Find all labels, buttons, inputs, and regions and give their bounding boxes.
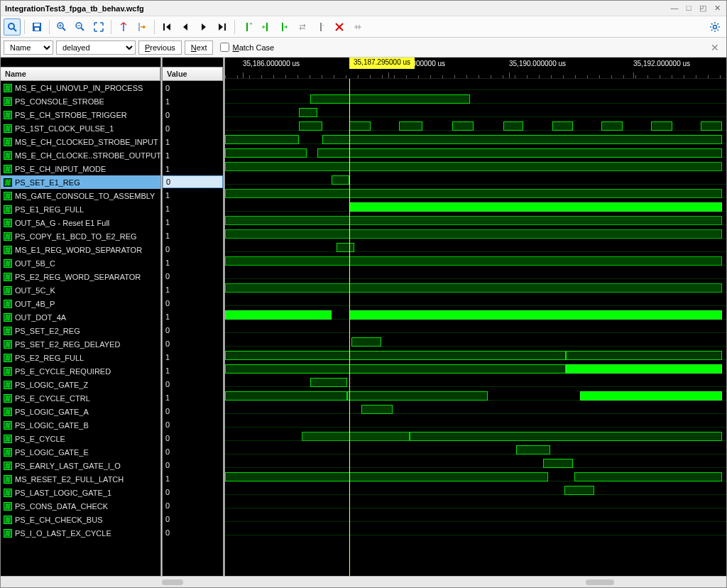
signal-value[interactable]: 0 — [163, 418, 223, 431]
zoom-out-icon[interactable] — [72, 18, 89, 36]
zoom-fit-icon[interactable] — [90, 18, 107, 36]
cursor-line[interactable] — [349, 79, 350, 576]
search-icon[interactable] — [4, 18, 21, 36]
signal-value[interactable]: 0 — [163, 377, 223, 391]
signal-row[interactable]: MS_E_CH_CLOCKED_STROBE_INPUT — [1, 135, 160, 148]
snap-icon[interactable] — [349, 18, 366, 36]
hscroll[interactable] — [1, 576, 726, 587]
value-scroll-thumb[interactable] — [162, 579, 183, 585]
waveform-row[interactable] — [225, 497, 726, 511]
signal-value[interactable]: 0 — [163, 337, 223, 350]
last-edge-icon[interactable] — [214, 18, 231, 36]
signal-value[interactable]: 1 — [163, 202, 223, 215]
signal-value[interactable]: 0 — [163, 499, 223, 512]
signal-row[interactable]: PS_LOGIC_GATE_B — [1, 418, 160, 432]
waveform-row[interactable] — [225, 430, 726, 443]
waveform-row[interactable] — [225, 403, 726, 416]
restore-icon[interactable]: ◰ — [698, 4, 708, 13]
waveform-row[interactable] — [225, 146, 726, 160]
signal-value[interactable]: 0 — [163, 296, 223, 310]
signal-row[interactable]: PS_E2_REG_FULL — [1, 351, 160, 364]
signal-row[interactable]: PS_SET_E1_REG — [1, 175, 160, 189]
waveform-row[interactable] — [225, 470, 726, 484]
del-all-markers-icon[interactable] — [331, 18, 348, 36]
signal-value[interactable]: 1 — [163, 135, 223, 148]
waveform-row[interactable] — [225, 187, 726, 200]
signal-row[interactable]: PS_E1_REG_FULL — [1, 202, 160, 216]
name-column-header[interactable]: Name — [1, 67, 160, 81]
signal-row[interactable]: PS_I_O_LAST_EX_CYCLE — [1, 526, 160, 540]
signal-value[interactable]: 0 — [163, 512, 223, 526]
signal-value[interactable]: 1 — [163, 472, 223, 485]
signal-value[interactable]: 0 — [163, 269, 223, 283]
signal-value[interactable]: 1 — [163, 391, 223, 404]
signal-row[interactable]: PS_E_CH_INPUT_MODE — [1, 162, 160, 175]
signal-value[interactable]: 0 — [163, 323, 223, 337]
prev-marker-icon[interactable] — [257, 18, 274, 36]
prev-button[interactable]: Previous — [138, 40, 182, 55]
signal-row[interactable]: PS_SET_E2_REG — [1, 324, 160, 337]
waveform-row[interactable] — [225, 389, 726, 403]
signal-row[interactable]: MS_E_CH_CLOCKE..STROBE_OUTPUT — [1, 148, 160, 162]
search-field-select[interactable]: Name — [4, 40, 53, 55]
signal-value[interactable]: 1 — [163, 310, 223, 323]
signal-value[interactable]: 1 — [163, 215, 223, 229]
search-value-select[interactable]: delayed — [56, 40, 136, 55]
close-icon[interactable]: ✕ — [712, 4, 722, 13]
signal-row[interactable]: PS_1ST_CLOCK_PULSE_1 — [1, 121, 160, 135]
waveform-pane[interactable]: 35,187.295000 us 35,186.000000 us35,188.… — [225, 58, 726, 576]
signal-row[interactable]: PS_LOGIC_GATE_E — [1, 445, 160, 459]
waveform-row[interactable] — [225, 457, 726, 470]
signal-value[interactable]: 0 — [163, 458, 223, 472]
settings-icon[interactable] — [706, 18, 723, 36]
time-ruler[interactable]: 35,186.000000 us35,188.000000 us35,190.0… — [225, 58, 726, 79]
signal-row[interactable]: OUT_5A_G - Reset E1 Full — [1, 216, 160, 229]
signal-value[interactable]: 0 — [163, 81, 223, 94]
waveform-row[interactable] — [225, 281, 726, 295]
signal-row[interactable]: PS_CONS_DATA_CHECK — [1, 499, 160, 513]
signal-row[interactable]: OUT_DOT_4A — [1, 310, 160, 324]
waveform-row[interactable] — [225, 79, 726, 92]
signal-row[interactable]: PS_SET_E2_REG_DELAYED — [1, 337, 160, 351]
next-marker-icon[interactable] — [275, 18, 293, 36]
waveform-row[interactable] — [225, 484, 726, 497]
signal-value[interactable]: 0 — [163, 108, 223, 121]
waveform-row[interactable] — [225, 160, 726, 173]
save-icon[interactable] — [28, 18, 45, 36]
signal-value[interactable]: 0 — [163, 121, 223, 135]
waveform-row[interactable] — [225, 268, 726, 281]
waveform-row[interactable] — [225, 173, 726, 187]
minimize-icon[interactable]: — — [669, 4, 679, 13]
signal-row[interactable]: PS_E2_REG_WORD_SEPARATOR — [1, 270, 160, 283]
waveform-row[interactable] — [225, 443, 726, 457]
signal-value[interactable]: 0 — [163, 445, 223, 458]
waveform-row[interactable] — [225, 227, 726, 241]
waveform-row[interactable] — [225, 254, 726, 268]
signal-row[interactable]: PS_E_CYCLE_CTRL — [1, 391, 160, 405]
waveform-row[interactable] — [225, 524, 726, 538]
waveform-row[interactable] — [225, 119, 726, 133]
signal-value[interactable]: 0 — [163, 526, 223, 539]
signal-value[interactable]: 1 — [163, 229, 223, 242]
value-column-header[interactable]: Value — [163, 67, 223, 81]
swap-marker-icon[interactable] — [294, 18, 311, 36]
signal-row[interactable]: PS_E_CH_STROBE_TRIGGER — [1, 108, 160, 121]
cursor-time-label[interactable]: 35,187.295000 us — [349, 58, 415, 69]
signal-row[interactable]: PS_E_CH_CHECK_BUS — [1, 513, 160, 526]
signal-row[interactable]: MS_RESET_E2_FULL_LATCH — [1, 472, 160, 486]
signal-value[interactable]: 1 — [163, 364, 223, 377]
maximize-icon[interactable]: □ — [684, 4, 694, 13]
waveform-row[interactable] — [225, 308, 726, 322]
signal-row[interactable]: PS_LOGIC_GATE_Z — [1, 378, 160, 391]
signal-name-list[interactable]: MS_E_CH_UNOVLP_IN_PROCESSPS_CONSOLE_STRO… — [1, 81, 160, 576]
signal-value[interactable]: 1 — [163, 148, 223, 162]
signal-row[interactable]: PS_CONSOLE_STROBE — [1, 94, 160, 108]
signal-row[interactable]: MS_E1_REG_WORD_SEPARATOR — [1, 243, 160, 256]
close-search-icon[interactable]: ✕ — [711, 42, 723, 53]
waveform-row[interactable] — [225, 92, 726, 106]
waveform-row[interactable] — [225, 214, 726, 227]
signal-value[interactable]: 1 — [163, 94, 223, 108]
go-to-time-icon[interactable] — [133, 18, 151, 36]
waveform-row[interactable] — [225, 349, 726, 362]
signal-row[interactable]: MS_GATE_CONSOLE_TO_ASSEMBLY — [1, 189, 160, 202]
